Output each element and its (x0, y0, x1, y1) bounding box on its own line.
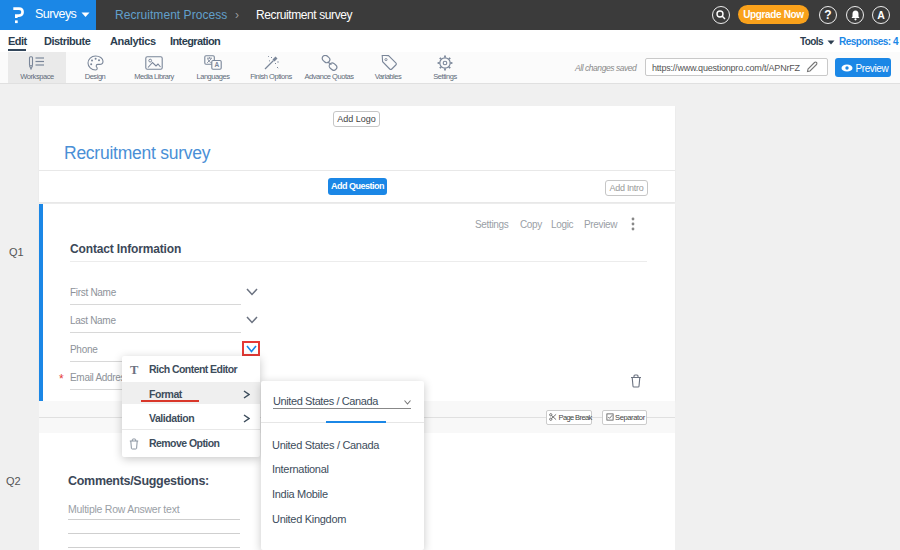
svg-text:A: A (214, 61, 219, 68)
